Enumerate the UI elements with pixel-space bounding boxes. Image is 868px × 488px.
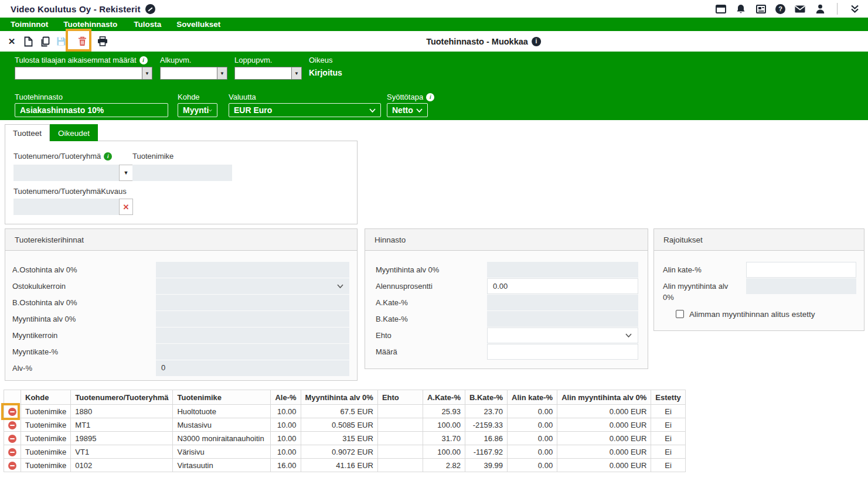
tuotenumero-combo[interactable]: ▼: [13, 165, 133, 181]
dropdown-arrow-icon[interactable]: ▼: [119, 165, 133, 181]
app-title: Video Koulutus Oy - Rekisterit: [11, 4, 141, 14]
hinnasto-title: Hinnasto: [365, 229, 648, 251]
tuoterekisterihinnat-title: Tuoterekisterihinnat: [5, 229, 357, 251]
h-myyntihinta-label: Myyntihinta alv 0%: [376, 262, 439, 278]
hinnasto-panel: Hinnasto Myyntihinta alv 0% Alennusprose…: [365, 228, 648, 369]
window-icon[interactable]: [716, 4, 726, 14]
table-row[interactable]: Tuotenimike 19895 N3000 moniraitanauhoit…: [4, 432, 686, 445]
menu-tuotehinnasto[interactable]: Tuotehinnasto: [63, 20, 117, 29]
dropdown-arrow-icon[interactable]: ▼: [217, 67, 227, 79]
rajoitukset-panel: Rajoitukset Alin kate-% Alin myyntihinta…: [653, 228, 864, 331]
tuotenumero-info-icon[interactable]: i: [104, 152, 112, 161]
myyntihinta-label: Myyntihinta alv 0%: [12, 311, 76, 327]
col-ale: Ale-%: [271, 390, 301, 405]
table-row[interactable]: Tuotenimike MT1 Mustasivu 10.00 0.5085 E…: [4, 418, 686, 432]
user-icon[interactable]: [815, 4, 825, 14]
notifications-bell-icon[interactable]: [736, 4, 746, 14]
titlebar-actions: ?: [716, 0, 860, 18]
tulosta-maarat-dropdown[interactable]: ▼: [15, 67, 152, 80]
menu-sovellukset[interactable]: Sovellukset: [176, 20, 220, 29]
delete-button[interactable]: [74, 33, 90, 50]
tab-strip: Tuotteet Oikeudet: [5, 124, 98, 141]
dropdown-arrow-icon[interactable]: ▼: [142, 67, 152, 79]
myyntikate-input-disabled: [156, 344, 349, 360]
product-search-panel: Tuotenumero/Tuoteryhmä i Tuotenimike ▼ T…: [5, 141, 358, 224]
page-title-info-icon[interactable]: i: [532, 37, 541, 46]
print-button[interactable]: [94, 33, 111, 50]
table-row[interactable]: Tuotenimike 1880 Huoltotuote 10.00 67.5 …: [4, 405, 686, 418]
close-button[interactable]: ✕: [4, 33, 20, 50]
remove-row-icon[interactable]: [8, 435, 16, 443]
syottotapa-select[interactable]: Netto: [387, 103, 428, 117]
tuotehinnasto-input[interactable]: Asiakashinnasto 10%: [15, 103, 168, 117]
chevron-down-icon: [369, 108, 376, 112]
alin-myyntihinta-checkbox[interactable]: [676, 310, 684, 318]
alkupvm-label: Alkupvm.: [160, 56, 191, 64]
kohde-label: Kohde: [178, 93, 200, 101]
chevron-down-icon: [416, 108, 423, 112]
header-form: Tulosta tilaajan aikaisemmat määrät i ▼ …: [0, 52, 868, 120]
copy-button[interactable]: [36, 33, 53, 50]
syottotapa-info-icon[interactable]: i: [426, 93, 434, 101]
save-button-disabled[interactable]: [53, 33, 69, 50]
tuotenimike-label: Tuotenimike: [132, 152, 173, 161]
price-list-table: Kohde Tuotenumero/Tuoteryhmä Tuotenimike…: [4, 390, 686, 472]
ostokulukerroin-select-disabled[interactable]: [156, 278, 349, 294]
tuotenumero-label: Tuotenumero/Tuoteryhmä i: [13, 152, 112, 161]
help-icon[interactable]: ?: [775, 4, 785, 14]
syottotapa-label: Syöttötapa i: [387, 93, 434, 101]
title-bar: Video Koulutus Oy - Rekisterit ?: [0, 0, 868, 18]
remove-row-icon[interactable]: [8, 421, 16, 429]
tab-tuotteet[interactable]: Tuotteet: [5, 124, 50, 141]
menu-bar: Toiminnot Tuotehinnasto Tulosta Sovelluk…: [0, 18, 868, 31]
rajoitukset-title: Rajoitukset: [654, 229, 864, 251]
col-b-kate: B.Kate-%: [465, 390, 507, 405]
ostokulukerroin-label: Ostokulukerroin: [12, 278, 66, 295]
ehto-select[interactable]: [487, 327, 638, 343]
mail-icon[interactable]: [795, 4, 805, 14]
new-document-button[interactable]: [20, 33, 36, 50]
alin-myyntihinta-checkbox-label: Alimman myyntihinnan alitus estetty: [689, 310, 815, 319]
remove-row-icon[interactable]: [8, 462, 16, 470]
loppupvm-dropdown[interactable]: ▼: [234, 67, 302, 80]
clear-x-icon[interactable]: ✕: [119, 199, 133, 215]
ehto-label: Ehto: [376, 327, 392, 344]
col-ehto: Ehto: [377, 390, 423, 405]
registers-gauge-icon: [145, 4, 155, 14]
a-ostohinta-label: A.Ostohinta alv 0%: [12, 262, 77, 278]
chevron-down-icon: [625, 333, 632, 337]
b-kate-input-disabled: [487, 311, 638, 327]
tuotehinnasto-label: Tuotehinnasto: [15, 93, 63, 101]
alkupvm-dropdown[interactable]: ▼: [160, 67, 227, 80]
alennusprosentti-input[interactable]: 0.00: [487, 278, 638, 294]
maara-input[interactable]: [487, 344, 638, 360]
table-row[interactable]: Tuotenimike 0102 Virtasuutin 16.00 41.16…: [4, 459, 686, 472]
menu-tulosta[interactable]: Tulosta: [134, 20, 161, 29]
alennusprosentti-label: Alennusprosentti: [376, 278, 433, 295]
oikeus-label: Oikeus: [309, 56, 332, 64]
remove-row-icon[interactable]: [8, 448, 16, 456]
table-row[interactable]: Tuotenimike VT1 Värisivu 10.00 0.9072 EU…: [4, 445, 686, 459]
kuvaus-input-group[interactable]: ✕: [13, 199, 133, 215]
collapse-double-chevron-icon[interactable]: [849, 4, 860, 14]
news-icon[interactable]: [755, 4, 766, 14]
page-title: Tuotehinnasto - Muokkaa i: [426, 31, 541, 52]
remove-row-icon[interactable]: [8, 408, 16, 416]
dropdown-arrow-icon[interactable]: ▼: [291, 67, 301, 79]
titlebar-divider: [837, 3, 838, 15]
tulosta-maarat-info-icon[interactable]: i: [139, 56, 148, 64]
col-alin-kate: Alin kate-%: [508, 390, 557, 405]
kuvaus-label: Tuotenumero/TuoteryhmäKuvaus: [13, 187, 127, 196]
alin-kate-input[interactable]: [746, 262, 856, 278]
col-myyntihinta: Myyntihinta alv 0%: [301, 390, 377, 405]
myyntikerroin-label: Myyntikerroin: [12, 327, 57, 344]
a-kate-input-disabled: [487, 295, 638, 310]
tab-oikeudet[interactable]: Oikeudet: [50, 124, 98, 141]
tuoterekisterihinnat-panel: Tuoterekisterihinnat A.Ostohinta alv 0% …: [5, 228, 358, 381]
alin-kate-label: Alin kate-%: [663, 262, 702, 278]
valuutta-select[interactable]: EUR Euro: [229, 103, 381, 117]
kohde-select[interactable]: Myynti: [178, 103, 217, 117]
menu-toiminnot[interactable]: Toiminnot: [11, 20, 48, 29]
a-ostohinta-input-disabled: [156, 262, 349, 278]
col-icon: [4, 390, 21, 405]
